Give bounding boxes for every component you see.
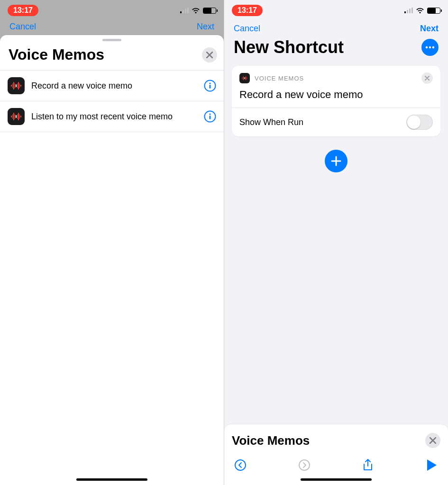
wifi-icon	[416, 8, 424, 14]
svg-point-9	[235, 460, 246, 470]
action-title: Record a new voice memo	[239, 89, 433, 101]
cancel-button[interactable]: Cancel	[234, 24, 260, 34]
home-indicator[interactable]	[301, 478, 372, 481]
voice-memos-app-icon	[8, 77, 25, 94]
svg-point-8	[432, 46, 434, 48]
next-button[interactable]: Next	[420, 24, 439, 34]
recording-time-pill[interactable]: 13:17	[232, 5, 263, 16]
action-list: Record a new voice memo Listen to my mos…	[0, 70, 224, 132]
more-options-button[interactable]	[421, 39, 439, 56]
action-card: VOICE MEMOS Record a new voice memo Show…	[232, 66, 440, 136]
svg-rect-2	[210, 85, 211, 89]
action-source-label: VOICE MEMOS	[255, 75, 417, 82]
close-icon	[425, 76, 430, 81]
status-bar: 13:17	[224, 0, 448, 21]
svg-point-7	[429, 46, 431, 48]
suggestions-sheet: Voice Memos	[224, 424, 448, 485]
phone-screen-right: 13:17 Cancel Next New Shortcut	[224, 0, 448, 485]
undo-button[interactable]	[234, 458, 247, 472]
nav-bar: Cancel Next	[224, 21, 448, 36]
recording-time-pill[interactable]: 13:17	[8, 5, 38, 16]
redo-button[interactable]	[298, 458, 311, 472]
suggestions-title: Voice Memos	[232, 433, 425, 448]
info-button[interactable]	[204, 110, 216, 123]
phone-screen-left: 13:17 Cancel Next Voice Memos	[0, 0, 224, 485]
plus-icon	[331, 156, 341, 166]
svg-point-1	[209, 82, 210, 84]
info-button[interactable]	[204, 80, 216, 92]
home-indicator[interactable]	[76, 478, 147, 481]
close-icon	[430, 437, 436, 444]
sheet-grabber[interactable]	[102, 39, 121, 41]
undo-icon	[234, 459, 247, 471]
svg-point-4	[209, 113, 210, 115]
svg-point-10	[299, 460, 310, 470]
close-sheet-button[interactable]	[202, 47, 217, 63]
battery-icon	[203, 8, 216, 14]
wifi-icon	[192, 8, 200, 14]
action-label: Record a new voice memo	[31, 81, 197, 91]
action-label: Listen to my most recent voice memo	[31, 111, 197, 122]
remove-action-button[interactable]	[421, 72, 433, 84]
info-icon	[204, 80, 216, 92]
redo-icon	[298, 459, 311, 471]
run-button[interactable]	[425, 458, 439, 472]
page-title: New Shortcut	[234, 37, 344, 57]
svg-rect-5	[210, 116, 211, 119]
status-bar: 13:17	[0, 0, 224, 21]
voice-memos-app-icon	[239, 73, 250, 83]
sheet-title: Voice Memos	[9, 46, 202, 63]
toggle-knob	[407, 116, 421, 129]
action-picker-sheet: Voice Memos Record a new voice memo	[0, 35, 224, 485]
play-icon	[427, 459, 437, 471]
action-row-record-memo[interactable]: Record a new voice memo	[0, 70, 224, 101]
show-when-run-toggle[interactable]	[406, 115, 433, 130]
show-when-run-label: Show When Run	[239, 117, 303, 127]
share-button[interactable]	[361, 458, 375, 472]
action-row-listen-memo[interactable]: Listen to my most recent voice memo	[0, 101, 224, 132]
share-icon	[362, 458, 374, 472]
ellipsis-icon	[425, 46, 435, 49]
close-icon	[206, 52, 213, 58]
cellular-signal-icon	[180, 8, 189, 13]
waveform-icon	[10, 81, 22, 90]
waveform-icon	[10, 112, 22, 121]
battery-icon	[427, 8, 440, 14]
info-icon	[204, 110, 216, 123]
editor-toolbar	[232, 458, 440, 472]
svg-point-6	[426, 46, 428, 48]
add-action-button[interactable]	[325, 150, 347, 172]
waveform-icon	[242, 76, 247, 81]
voice-memos-app-icon	[8, 108, 25, 125]
cellular-signal-icon	[404, 8, 413, 13]
close-suggestions-button[interactable]	[425, 433, 440, 448]
